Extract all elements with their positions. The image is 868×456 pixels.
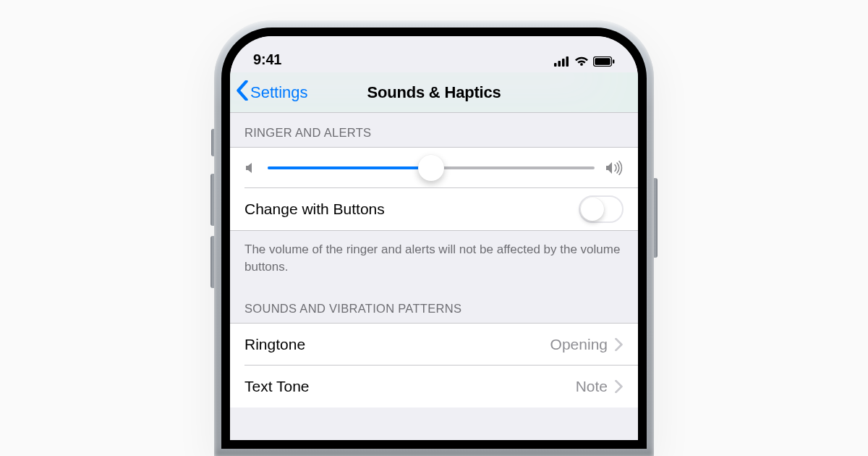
back-label: Settings <box>250 83 308 102</box>
iphone-frame: 9:41 <box>214 20 654 456</box>
ringer-volume-cell <box>230 147 638 188</box>
back-button[interactable]: Settings <box>236 80 308 105</box>
change-with-buttons-label: Change with Buttons <box>244 200 579 218</box>
change-with-buttons-toggle[interactable] <box>579 195 624 223</box>
wifi-icon <box>574 56 589 67</box>
screen: 9:41 <box>230 36 638 440</box>
ringtone-value: Opening <box>550 336 608 353</box>
slider-thumb[interactable] <box>418 155 444 181</box>
svg-rect-0 <box>554 63 557 67</box>
toggle-knob <box>581 198 604 221</box>
volume-high-icon <box>605 161 624 175</box>
svg-rect-3 <box>566 56 569 67</box>
status-time: 9:41 <box>253 51 281 69</box>
section-header-sounds: SOUNDS AND VIBRATION PATTERNS <box>230 282 638 323</box>
text-tone-label: Text Tone <box>244 378 576 395</box>
nav-bar: Settings Sounds & Haptics <box>230 72 638 113</box>
svg-rect-5 <box>595 58 610 64</box>
text-tone-cell[interactable]: Text Tone Note <box>230 366 638 408</box>
change-with-buttons-cell[interactable]: Change with Buttons <box>230 188 638 231</box>
svg-rect-6 <box>613 59 614 63</box>
chevron-right-icon <box>615 380 624 393</box>
text-tone-value: Note <box>576 378 608 395</box>
battery-icon <box>593 56 615 67</box>
ringer-volume-slider[interactable] <box>268 166 595 169</box>
section-header-ringer: RINGER AND ALERTS <box>230 113 638 147</box>
ringtone-cell[interactable]: Ringtone Opening <box>230 323 638 366</box>
slider-fill <box>268 166 431 169</box>
status-bar: 9:41 <box>230 36 638 72</box>
svg-rect-2 <box>562 59 565 67</box>
chevron-right-icon <box>615 338 624 351</box>
svg-rect-1 <box>558 61 561 67</box>
ringtone-label: Ringtone <box>244 336 550 353</box>
cellular-icon <box>554 56 570 67</box>
chevron-left-icon <box>236 80 249 105</box>
section-footer-ringer: The volume of the ringer and alerts will… <box>230 231 638 282</box>
nav-title: Sounds & Haptics <box>367 83 501 102</box>
volume-low-icon <box>244 161 258 174</box>
